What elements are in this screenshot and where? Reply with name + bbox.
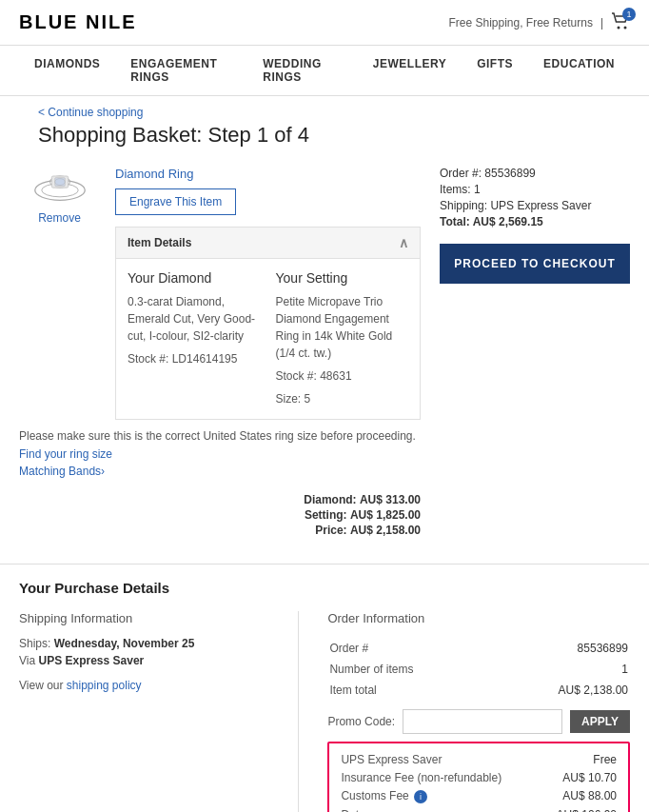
item-total-value: AU$ 2,138.00: [493, 681, 628, 700]
setting-stock: Stock #: 48631: [276, 367, 409, 385]
remove-link[interactable]: Remove: [19, 211, 100, 225]
total-price-value: AU$ 2,158.00: [350, 524, 421, 537]
duty-label: Duty: [341, 808, 364, 812]
totals-row-customs: Customs Fee i AU$ 88.00: [341, 789, 617, 803]
diamond-price-value: AU$ 313.00: [360, 493, 421, 506]
totals-row-insurance: Insurance Fee (non-refundable) AU$ 10.70: [341, 771, 617, 784]
order-column: Order Information Order # 85536899 Numbe…: [327, 611, 630, 812]
item-details-body: Your Diamond 0.3-carat Diamond, Emerald …: [115, 259, 421, 420]
promo-input[interactable]: [403, 709, 562, 734]
nav-gifts[interactable]: GIFTS: [462, 46, 528, 95]
via-value: UPS Express Saver: [38, 654, 144, 667]
item-total-label: Item total: [329, 681, 491, 700]
shipping-section-title: Shipping Information: [19, 611, 279, 625]
diamond-stock: Stock #: LD14614195: [128, 350, 261, 367]
customs-info-icon[interactable]: i: [414, 790, 427, 803]
setting-price-value: AU$ 1,825.00: [350, 508, 421, 522]
table-row: Item total AU$ 2,138.00: [329, 681, 628, 700]
svg-point-0: [618, 27, 620, 30]
shipping-text: Free Shipping, Free Returns: [448, 16, 592, 30]
divider: |: [600, 16, 603, 30]
totals-row-duty: Duty AU$ 106.90: [341, 808, 617, 812]
nav-engagement-rings[interactable]: ENGAGEMENT RINGS: [115, 46, 247, 95]
engrave-button[interactable]: Engrave This Item: [115, 188, 236, 215]
shipping-policy: View our shipping policy: [19, 679, 279, 692]
main-nav: DIAMONDS ENGAGEMENT RINGS WEDDING RINGS …: [0, 46, 649, 96]
policy-pre: View our: [19, 679, 63, 692]
shipping-row: Shipping: UPS Express Saver: [440, 199, 630, 212]
product-name[interactable]: Diamond Ring: [115, 167, 421, 181]
num-items-value: 1: [493, 660, 628, 679]
price-summary: Diamond: AU$ 313.00 Setting: AU$ 1,825.0…: [19, 493, 421, 537]
purchase-grid: Shipping Information Ships: Wednesday, N…: [19, 611, 630, 812]
num-items-label: Number of items: [329, 660, 491, 679]
matching-bands-link[interactable]: Matching Bands: [19, 465, 421, 478]
totals-row-ups: UPS Express Saver Free: [341, 753, 617, 766]
diamond-price-label: Diamond:: [304, 493, 356, 506]
item-details-label: Item Details: [128, 236, 191, 249]
shipping-column: Shipping Information Ships: Wednesday, N…: [19, 611, 299, 812]
order-number-value: 85536899: [484, 167, 535, 180]
header-right: Free Shipping, Free Returns | 1: [448, 12, 630, 32]
promo-row: Promo Code: APPLY: [327, 709, 630, 734]
diamond-price-row: Diamond: AU$ 313.00: [19, 493, 421, 506]
summary-total-value: AU$ 2,569.15: [473, 215, 543, 228]
ups-value: Free: [593, 753, 617, 766]
ring-note: Please make sure this is the correct Uni…: [19, 429, 421, 443]
totals-box: UPS Express Saver Free Insurance Fee (no…: [327, 742, 630, 812]
order-summary: Order #: 85536899 Items: 1 Shipping: UPS…: [440, 167, 630, 284]
item-details-header[interactable]: Item Details ∧: [115, 227, 421, 259]
total-price-label: Price:: [315, 524, 346, 537]
main-content: Remove Diamond Ring Engrave This Item It…: [0, 157, 649, 548]
ships-label: Ships:: [19, 637, 50, 650]
customs-value: AU$ 88.00: [562, 789, 617, 803]
cart-badge: 1: [622, 8, 636, 21]
shipping-label: Shipping:: [440, 199, 487, 212]
diamond-details: Your Diamond 0.3-carat Diamond, Emerald …: [128, 270, 261, 407]
left-column: Remove Diamond Ring Engrave This Item It…: [19, 167, 421, 539]
site-logo: BLUE NILE: [19, 11, 137, 33]
apply-button[interactable]: APPLY: [570, 710, 630, 733]
checkout-button[interactable]: PROCEED TO CHECKOUT: [440, 244, 630, 284]
cart-icon-wrap[interactable]: 1: [611, 12, 630, 32]
via-label: Via: [19, 654, 35, 667]
nav-jewellery[interactable]: JEWELLERY: [358, 46, 462, 95]
page-title: Shopping Basket: Step 1 of 4: [19, 119, 630, 157]
table-row: Number of items 1: [329, 660, 628, 679]
nav-wedding-rings[interactable]: WEDDING RINGS: [247, 46, 358, 95]
order-number-row: Order #: 85536899: [440, 167, 630, 180]
setting-details: Your Setting Petite Micropave Trio Diamo…: [276, 270, 409, 407]
find-ring-size-link[interactable]: Find your ring size: [19, 447, 112, 461]
promo-label: Promo Code:: [327, 715, 395, 728]
nav-diamonds[interactable]: DIAMONDS: [19, 46, 115, 95]
order-num-value: 85536899: [493, 639, 628, 658]
section-divider: [0, 564, 649, 564]
svg-point-1: [624, 27, 627, 30]
total-price-row: Price: AU$ 2,158.00: [19, 524, 421, 537]
ships-date: Wednesday, November 25: [54, 637, 195, 650]
header: BLUE NILE Free Shipping, Free Returns | …: [0, 0, 649, 46]
summary-total-row: Total: AU$ 2,569.15: [440, 215, 630, 228]
insurance-label: Insurance Fee (non-refundable): [341, 771, 502, 784]
shipping-policy-link[interactable]: shipping policy: [67, 679, 142, 692]
order-summary-panel: Order #: 85536899 Items: 1 Shipping: UPS…: [440, 167, 630, 539]
nav-education[interactable]: EDUCATION: [528, 46, 630, 95]
ring-image: [27, 167, 93, 205]
via-row: Via UPS Express Saver: [19, 654, 279, 667]
setting-price-row: Setting: AU$ 1,825.00: [19, 508, 421, 522]
shipping-value: UPS Express Saver: [490, 199, 591, 212]
order-info-table: Order # 85536899 Number of items 1 Item …: [327, 637, 630, 702]
breadcrumb[interactable]: Continue shopping: [19, 96, 630, 119]
items-row: Items: 1: [440, 183, 630, 196]
setting-size: Size: 5: [276, 390, 409, 407]
chevron-up-icon: ∧: [399, 235, 408, 250]
purchase-details-title: Your Purchase Details: [19, 580, 630, 596]
insurance-value: AU$ 10.70: [562, 771, 617, 784]
customs-label: Customs Fee i: [341, 789, 427, 803]
diamond-title: Your Diamond: [128, 270, 261, 286]
purchase-details-section: Your Purchase Details Shipping Informati…: [0, 580, 649, 812]
order-num-label: Order #: [329, 639, 491, 658]
diamond-description: 0.3-carat Diamond, Emerald Cut, Very Goo…: [128, 293, 261, 345]
ups-label: UPS Express Saver: [341, 753, 442, 766]
items-count: 1: [474, 183, 481, 196]
